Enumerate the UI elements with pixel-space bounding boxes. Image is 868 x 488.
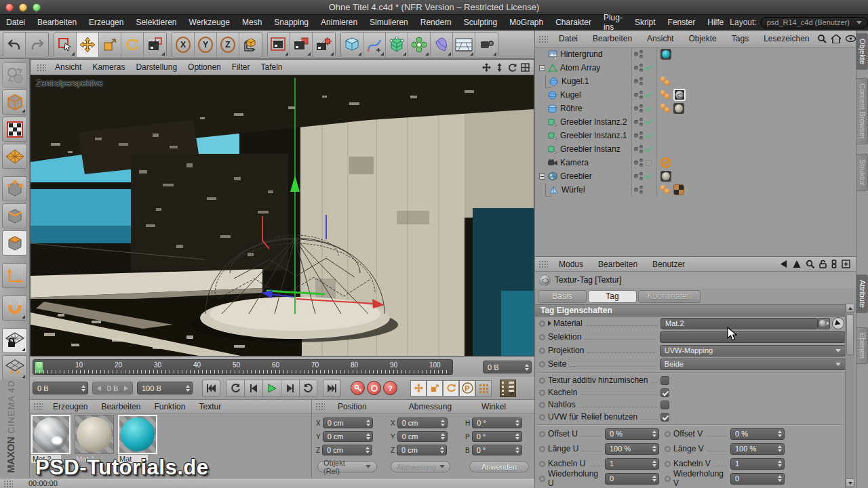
visibility-toggles[interactable] bbox=[631, 88, 657, 102]
seite-dropdown[interactable]: Beide bbox=[660, 359, 846, 370]
object-row-wuerfel[interactable]: Würfel bbox=[535, 183, 856, 197]
wiederholung-u-field[interactable]: 0 bbox=[605, 473, 659, 485]
key-pla-button[interactable] bbox=[475, 380, 492, 396]
protection-tag-icon[interactable] bbox=[660, 157, 671, 168]
visibility-toggles[interactable] bbox=[631, 75, 657, 88]
lock-z-axis-button[interactable]: Z bbox=[217, 33, 239, 57]
material-mini-icon[interactable] bbox=[818, 318, 830, 329]
live-selection-tool[interactable] bbox=[54, 33, 77, 57]
object-name[interactable]: Kugel bbox=[560, 90, 581, 100]
object-name[interactable]: Greebler Instanz.1 bbox=[560, 131, 627, 140]
collapse-toggle[interactable] bbox=[539, 65, 545, 71]
goto-prev-frame-button[interactable] bbox=[244, 380, 262, 397]
make-editable-button[interactable] bbox=[2, 62, 27, 87]
dock-tab-struktur[interactable]: Struktur bbox=[856, 154, 868, 191]
anim-ring[interactable] bbox=[665, 461, 671, 467]
pan-view-icon[interactable] bbox=[482, 63, 491, 72]
panel-grip[interactable] bbox=[37, 64, 46, 71]
phong-tag-icon[interactable] bbox=[660, 89, 671, 100]
attribute-scrollbar[interactable] bbox=[845, 304, 854, 488]
textur-additiv-checkbox[interactable] bbox=[660, 376, 669, 385]
object-row-kugel1[interactable]: Kugel.1 bbox=[535, 75, 856, 88]
object-name[interactable]: Röhre bbox=[560, 104, 583, 113]
vp-menu-kameras[interactable]: Kameras bbox=[87, 62, 130, 72]
object-row-greebler-instanz[interactable]: Greebler Instanz bbox=[535, 142, 856, 156]
visibility-toggles[interactable] bbox=[631, 169, 657, 183]
key-parameter-button[interactable]: P bbox=[459, 380, 475, 396]
object-row-hintergrund[interactable]: Hintergrund bbox=[535, 47, 856, 61]
move-tool[interactable] bbox=[77, 33, 99, 57]
dock-tab-ebenen[interactable]: Ebenen bbox=[856, 327, 868, 364]
render-to-picture-viewer-button[interactable] bbox=[290, 33, 313, 57]
layout-select[interactable]: psd_R14_c4d (Benutzer) bbox=[761, 17, 868, 28]
add-generator-button[interactable] bbox=[386, 33, 408, 57]
snap-button[interactable] bbox=[2, 296, 27, 321]
pos-y-field[interactable]: 0 cm bbox=[323, 431, 373, 442]
om-menu-objekte[interactable]: Objekte bbox=[681, 34, 724, 43]
anim-ring[interactable] bbox=[665, 446, 671, 452]
menu-charakter[interactable]: Charakter bbox=[549, 18, 597, 27]
object-name[interactable]: Atom Array bbox=[560, 63, 600, 73]
panel-grip[interactable] bbox=[33, 403, 43, 410]
add-spline-button[interactable] bbox=[363, 33, 386, 57]
model-mode-button[interactable] bbox=[2, 89, 27, 115]
vp-menu-tafeln[interactable]: Tafeln bbox=[255, 62, 288, 72]
apply-button[interactable]: Anwenden bbox=[469, 461, 529, 472]
pick-object-button[interactable] bbox=[832, 317, 844, 329]
anim-ring[interactable] bbox=[539, 378, 545, 384]
timeline-ruler[interactable]: 0 10 20 30 40 50 60 70 80 90 100 bbox=[33, 359, 453, 375]
anim-ring[interactable] bbox=[539, 414, 545, 420]
rotate-view-icon[interactable] bbox=[508, 63, 517, 72]
range-end-field[interactable]: 100 B bbox=[137, 382, 193, 394]
kacheln-u-field[interactable]: 1 bbox=[605, 458, 659, 470]
timeline-window-button[interactable] bbox=[500, 380, 516, 397]
scale-tool[interactable] bbox=[99, 33, 121, 57]
visibility-toggles[interactable] bbox=[631, 183, 657, 197]
camera-active-icon[interactable] bbox=[646, 160, 652, 166]
section-tag-eigenschaften[interactable]: Tag Eigenschaften bbox=[535, 304, 846, 317]
object-name[interactable]: Greebler Instanz.2 bbox=[560, 117, 627, 127]
menu-datei[interactable]: Datei bbox=[0, 18, 31, 27]
object-row-kamera[interactable]: Kamera bbox=[535, 156, 856, 169]
texture-mode-button[interactable] bbox=[2, 117, 27, 142]
menu-animieren[interactable]: Animieren bbox=[315, 18, 363, 27]
key-position-button[interactable] bbox=[410, 380, 427, 396]
selektion-field[interactable] bbox=[660, 331, 846, 343]
menu-skript[interactable]: Skript bbox=[629, 18, 662, 27]
dock-tab-attribute[interactable]: Attribute bbox=[856, 274, 868, 313]
frame-number-field[interactable]: 0 B bbox=[483, 361, 532, 373]
tab-koordinaten[interactable]: Koordinaten bbox=[638, 290, 701, 303]
play-button[interactable] bbox=[262, 380, 281, 397]
anim-ring[interactable] bbox=[539, 321, 545, 327]
wiederholung-v-field[interactable]: 0 bbox=[730, 473, 785, 485]
om-menu-tags[interactable]: Tags bbox=[724, 34, 756, 43]
zoom-view-icon[interactable] bbox=[495, 63, 504, 72]
mat-menu-erzeugen[interactable]: Erzeugen bbox=[46, 402, 94, 411]
display-tag-icon[interactable] bbox=[673, 184, 684, 195]
menu-mesh[interactable]: Mesh bbox=[236, 18, 268, 27]
object-name[interactable]: Hintergrund bbox=[560, 49, 603, 59]
scroll-up-button[interactable] bbox=[846, 304, 854, 312]
menu-plugins[interactable]: Plug-ins bbox=[597, 13, 629, 32]
visibility-toggles[interactable] bbox=[631, 129, 657, 142]
am-menu-benutzer[interactable]: Benutzer bbox=[645, 260, 692, 269]
phong-tag-icon[interactable] bbox=[660, 76, 671, 87]
search-icon[interactable] bbox=[806, 260, 814, 268]
object-row-kugel[interactable]: Kugel bbox=[535, 88, 856, 102]
object-row-greebler[interactable]: Greebler bbox=[535, 169, 856, 183]
lock-workplane-button[interactable] bbox=[2, 328, 27, 353]
menu-fenster[interactable]: Fenster bbox=[662, 18, 702, 27]
mat-menu-funktion[interactable]: Funktion bbox=[147, 402, 192, 411]
angle-h-field[interactable]: 0 ° bbox=[472, 418, 522, 428]
current-frame-field[interactable]: 0 B bbox=[33, 382, 88, 394]
workplane-mode-button[interactable] bbox=[2, 355, 27, 380]
menu-werkzeuge[interactable]: Werkzeuge bbox=[182, 18, 235, 27]
rotate-tool[interactable] bbox=[121, 33, 144, 57]
om-menu-datei[interactable]: Datei bbox=[551, 34, 585, 43]
om-menu-lesezeichen[interactable]: Lesezeichen bbox=[756, 34, 816, 43]
visibility-toggles[interactable] bbox=[631, 102, 657, 115]
key-scale-button[interactable] bbox=[427, 380, 443, 396]
dock-tab-objekte[interactable]: Objekte bbox=[856, 33, 868, 70]
object-name[interactable]: Kugel.1 bbox=[561, 77, 589, 86]
add-mograph-button[interactable] bbox=[408, 33, 431, 57]
